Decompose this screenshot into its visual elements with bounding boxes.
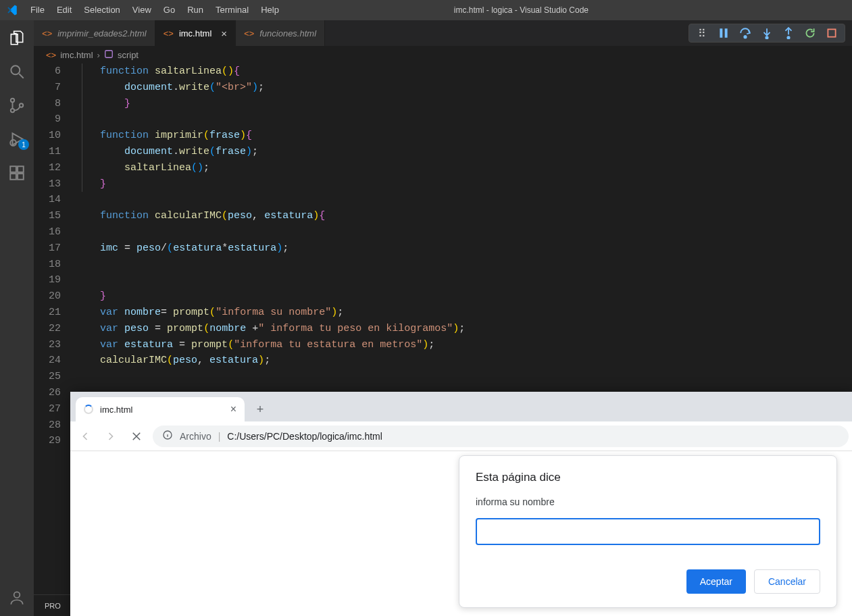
- html-file-icon: <>: [244, 28, 254, 38]
- tab-imc[interactable]: <> imc.html ×: [155, 20, 236, 46]
- drag-handle-icon[interactable]: ⠿: [696, 27, 708, 39]
- loading-spinner-icon: [84, 405, 93, 414]
- tab-label: funciones.html: [259, 28, 316, 38]
- tab-imprimir-edades2[interactable]: <> imprimir_edades2.html: [34, 20, 155, 46]
- svg-rect-7: [18, 174, 24, 180]
- svg-point-12: [766, 36, 768, 38]
- svg-rect-10: [725, 28, 728, 38]
- accept-button[interactable]: Aceptar: [686, 569, 746, 594]
- browser-toolbar: Archivo | C:/Users/PC/Desktop/logica/imc…: [70, 421, 852, 451]
- svg-point-13: [787, 36, 789, 38]
- tab-label: imprimir_edades2.html: [57, 28, 147, 38]
- js-prompt-dialog: Esta página dice informa su nombre Acept…: [459, 455, 837, 608]
- address-path: C:/Users/PC/Desktop/logica/imc.html: [227, 431, 382, 442]
- address-separator: |: [218, 431, 221, 442]
- run-debug-icon[interactable]: 1: [7, 130, 26, 149]
- back-button[interactable]: [76, 427, 95, 446]
- menu-go[interactable]: Go: [157, 0, 181, 20]
- title-bar: File Edit Selection View Go Run Terminal…: [0, 0, 852, 20]
- svg-point-17: [14, 592, 20, 598]
- svg-rect-14: [828, 29, 835, 36]
- accounts-icon[interactable]: [8, 589, 26, 609]
- new-tab-button[interactable]: +: [250, 399, 270, 419]
- menu-terminal[interactable]: Terminal: [209, 0, 255, 20]
- restart-icon[interactable]: [804, 27, 816, 39]
- prompt-input[interactable]: [476, 518, 820, 545]
- stop-reload-button[interactable]: [127, 427, 146, 446]
- debug-toolbar: ⠿: [688, 24, 845, 43]
- browser-tab-title: imc.html: [100, 405, 132, 415]
- window-title: imc.html - logica - Visual Studio Code: [285, 5, 757, 15]
- explorer-icon[interactable]: [7, 28, 26, 47]
- svg-point-11: [744, 36, 746, 38]
- activity-bar: 1: [0, 20, 34, 616]
- breadcrumb-symbol: script: [118, 50, 139, 60]
- svg-point-1: [11, 99, 14, 102]
- step-over-icon[interactable]: [739, 27, 751, 39]
- menu-edit[interactable]: Edit: [51, 0, 78, 20]
- info-icon: [162, 430, 173, 442]
- source-control-icon[interactable]: [7, 96, 26, 115]
- svg-point-3: [20, 103, 23, 107]
- address-bar[interactable]: Archivo | C:/Users/PC/Desktop/logica/imc…: [153, 426, 849, 447]
- step-out-icon[interactable]: [782, 27, 795, 39]
- line-number-gutter: 6789101112131415161718192021222324252627…: [34, 63, 76, 594]
- close-tab-icon[interactable]: ×: [230, 403, 236, 415]
- chevron-right-icon: ›: [97, 50, 100, 60]
- extensions-icon[interactable]: [7, 163, 26, 182]
- stop-icon[interactable]: [826, 27, 838, 39]
- browser-tab[interactable]: imc.html ×: [76, 397, 245, 421]
- forward-button[interactable]: [101, 427, 120, 446]
- menu-view[interactable]: View: [126, 0, 157, 20]
- address-label: Archivo: [180, 431, 211, 442]
- svg-rect-8: [18, 166, 24, 172]
- svg-rect-9: [720, 28, 722, 38]
- close-tab-icon[interactable]: ×: [221, 28, 227, 39]
- panel-tab-label[interactable]: PRO: [45, 602, 61, 610]
- html-file-icon: <>: [164, 28, 174, 38]
- tab-label: imc.html: [179, 28, 211, 38]
- dialog-message: informa su nombre: [476, 496, 820, 507]
- dialog-title: Esta página dice: [476, 471, 820, 484]
- menu-selection[interactable]: Selection: [78, 0, 126, 20]
- html-file-icon: <>: [42, 28, 52, 38]
- breadcrumb-file: imc.html: [60, 50, 93, 60]
- svg-rect-5: [10, 166, 16, 172]
- cancel-button[interactable]: Cancelar: [754, 569, 820, 594]
- menu-run[interactable]: Run: [181, 0, 209, 20]
- breadcrumb[interactable]: <> imc.html › script: [34, 46, 852, 63]
- browser-tab-strip: imc.html × +: [70, 392, 852, 421]
- svg-rect-6: [10, 174, 16, 180]
- debug-badge: 1: [18, 139, 29, 150]
- svg-rect-15: [105, 50, 113, 57]
- tab-funciones[interactable]: <> funciones.html: [236, 20, 325, 46]
- svg-point-0: [11, 66, 20, 74]
- menu-bar: File Edit Selection View Go Run Terminal…: [24, 0, 285, 20]
- vscode-logo-icon: [0, 4, 24, 16]
- symbol-icon: [104, 49, 114, 61]
- step-into-icon[interactable]: [761, 27, 773, 39]
- menu-help[interactable]: Help: [255, 0, 285, 20]
- search-icon[interactable]: [7, 62, 26, 81]
- html-file-icon: <>: [46, 50, 56, 60]
- editor-tabs: <> imprimir_edades2.html <> imc.html × <…: [34, 20, 852, 46]
- menu-file[interactable]: File: [24, 0, 51, 20]
- pause-icon[interactable]: [718, 27, 730, 39]
- svg-point-2: [11, 109, 14, 112]
